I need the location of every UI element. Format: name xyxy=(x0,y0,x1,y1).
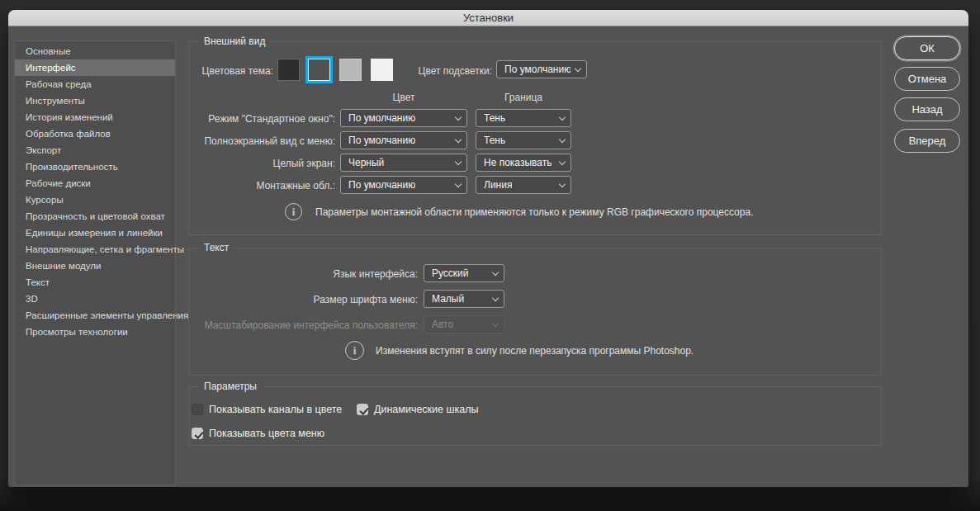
sidebar-item-cursors[interactable]: Курсоры xyxy=(15,192,175,208)
ui-language-label: Язык интерфейса: xyxy=(189,268,418,280)
theme-swatch-medium-dark[interactable] xyxy=(308,59,330,81)
fullscreen-color-value: Черный xyxy=(348,157,384,168)
sidebar-item-scratch-disks[interactable]: Рабочие диски xyxy=(15,175,175,192)
options-group-title: Параметры xyxy=(199,381,262,393)
chevron-down-icon xyxy=(455,180,462,187)
column-header-border: Граница xyxy=(470,92,577,103)
fullscreen-label: Целый экран: xyxy=(189,158,335,169)
window-title: Установки xyxy=(463,12,514,24)
theme-swatch-dark[interactable] xyxy=(277,59,300,81)
artboard-color-select[interactable]: По умолчанию xyxy=(340,176,467,194)
fullscreen-menu-border-select[interactable]: Тень xyxy=(476,131,571,149)
artboard-color-value: По умолчанию xyxy=(348,179,415,191)
column-header-color: Цвет xyxy=(340,92,467,103)
highlight-color-value: По умолчанию xyxy=(504,64,570,75)
chevron-down-icon xyxy=(575,64,581,71)
show-menu-colors-label[interactable]: Показывать цвета меню xyxy=(209,428,324,439)
standard-window-label: Режим "Стандартное окно": xyxy=(189,113,335,125)
chevron-down-icon xyxy=(455,113,462,120)
chevron-down-icon xyxy=(492,294,499,300)
text-group-title: Текст xyxy=(199,242,234,254)
artboard-border-select[interactable]: Линия xyxy=(476,176,571,194)
sidebar-item-general[interactable]: Основные xyxy=(15,43,175,59)
preferences-dialog: Установки Основные Интерфейс Рабочая сре… xyxy=(8,10,968,487)
highlight-color-select[interactable]: По умолчанию xyxy=(496,60,587,78)
titlebar[interactable]: Установки xyxy=(8,10,968,26)
show-channels-in-color-checkbox[interactable] xyxy=(192,404,203,415)
sidebar-item-export[interactable]: Экспорт xyxy=(15,142,175,159)
standard-window-border-value: Тень xyxy=(484,112,505,124)
font-size-select[interactable]: Малый xyxy=(424,290,504,308)
standard-window-border-select[interactable]: Тень xyxy=(476,109,571,127)
sidebar-item-tools[interactable]: Инструменты xyxy=(15,92,175,109)
options-group: Параметры Показывать каналы в цвете Дина… xyxy=(188,386,882,446)
chevron-down-icon xyxy=(492,319,499,326)
artboard-info-text: Параметры монтажной области применяются … xyxy=(315,206,753,218)
sidebar-item-units-rulers[interactable]: Единицы измерения и линейки xyxy=(15,225,175,241)
ui-scaling-value: Авто xyxy=(432,319,453,330)
standard-window-color-select[interactable]: По умолчанию xyxy=(340,109,467,127)
sidebar-item-guides-grid-slices[interactable]: Направляющие, сетка и фрагменты xyxy=(15,241,175,258)
sidebar-item-history-log[interactable]: История изменений xyxy=(15,109,175,125)
ok-button[interactable]: ОК xyxy=(894,36,960,60)
dynamic-color-sliders-checkbox[interactable] xyxy=(357,404,368,415)
appearance-group-title: Внешний вид xyxy=(199,35,270,48)
font-size-value: Малый xyxy=(432,293,464,305)
highlight-color-label: Цвет подсветки: xyxy=(379,65,492,77)
fullscreen-menu-border-value: Тень xyxy=(484,135,505,146)
fullscreen-border-value: Не показывать xyxy=(484,157,552,168)
sidebar-item-workspace[interactable]: Рабочая среда xyxy=(15,76,175,92)
fullscreen-color-select[interactable]: Черный xyxy=(340,154,467,172)
show-menu-colors-checkbox[interactable] xyxy=(192,428,203,439)
restart-info-text: Изменения вступят в силу после перезапус… xyxy=(376,345,694,357)
font-size-label: Размер шрифта меню: xyxy=(189,294,418,305)
text-group: Текст Язык интерфейса: Русский Размер шр… xyxy=(188,248,882,376)
sidebar-item-3d[interactable]: 3D xyxy=(15,291,175,307)
desktop-background: Установки Основные Интерфейс Рабочая сре… xyxy=(0,0,980,511)
preferences-category-list: Основные Интерфейс Рабочая среда Инструм… xyxy=(14,40,176,485)
artboards-label: Монтажные обл.: xyxy=(189,180,335,192)
show-channels-in-color-label[interactable]: Показывать каналы в цвете xyxy=(209,404,342,415)
artboard-border-value: Линия xyxy=(484,179,512,191)
dialog-body: Основные Интерфейс Рабочая среда Инструм… xyxy=(8,26,968,487)
color-theme-label: Цветовая тема: xyxy=(189,65,273,77)
chevron-down-icon xyxy=(559,180,566,187)
prev-button[interactable]: Назад xyxy=(894,97,960,121)
cancel-button[interactable]: Отмена xyxy=(894,67,960,91)
chevron-down-icon xyxy=(492,268,499,275)
chevron-down-icon xyxy=(559,158,566,164)
sidebar-item-interface[interactable]: Интерфейс xyxy=(15,59,175,76)
ui-scaling-label: Масштабирование интерфейса пользователя: xyxy=(189,319,418,331)
chevron-down-icon xyxy=(559,135,566,142)
chevron-down-icon xyxy=(455,135,462,142)
fullscreen-menu-color-select[interactable]: По умолчанию xyxy=(340,131,467,149)
theme-swatch-light-gray[interactable] xyxy=(339,59,362,81)
ui-language-select[interactable]: Русский xyxy=(424,264,504,282)
info-icon: i xyxy=(285,203,302,220)
sidebar-item-transparency-gamut[interactable]: Прозрачность и цветовой охват xyxy=(15,208,175,225)
sidebar-item-performance[interactable]: Производительность xyxy=(15,159,175,175)
appearance-group: Внешний вид Цветовая тема: Цвет подсветк… xyxy=(188,41,882,235)
next-button[interactable]: Вперед xyxy=(894,129,960,153)
sidebar-item-plugins[interactable]: Внешние модули xyxy=(15,258,175,274)
sidebar-item-type[interactable]: Текст xyxy=(15,274,175,291)
dynamic-color-sliders-label[interactable]: Динамические шкалы xyxy=(374,404,478,415)
fullscreen-border-select[interactable]: Не показывать xyxy=(476,154,571,172)
fullscreen-menu-label: Полноэкранный вид с меню: xyxy=(189,135,335,147)
fullscreen-menu-color-value: По умолчанию xyxy=(348,135,415,146)
sidebar-item-technology-previews[interactable]: Просмотры технологии xyxy=(15,324,175,340)
ui-language-value: Русский xyxy=(432,267,469,279)
sidebar-item-file-handling[interactable]: Обработка файлов xyxy=(15,125,175,142)
ui-scaling-select: Авто xyxy=(424,315,504,334)
sidebar-item-advanced-controls[interactable]: Расширенные элементы управления xyxy=(15,307,175,324)
chevron-down-icon xyxy=(559,113,566,120)
info-icon: i xyxy=(345,341,364,360)
standard-window-color-value: По умолчанию xyxy=(348,112,415,124)
chevron-down-icon xyxy=(455,158,462,164)
